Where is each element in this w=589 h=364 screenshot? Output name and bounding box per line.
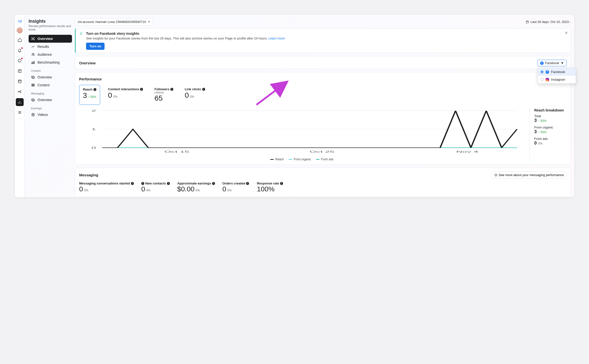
- stat-link-clicks[interactable]: Link clicks i 0 0%: [181, 85, 208, 105]
- breakdown-organic: From organic 3↑ 50%: [534, 126, 567, 134]
- ads-icon[interactable]: [16, 88, 24, 96]
- info-icon: i: [140, 88, 143, 91]
- nav-messaging-overview[interactable]: Overview: [29, 96, 72, 104]
- svg-rect-15: [32, 84, 35, 86]
- svg-point-7: [34, 39, 35, 40]
- nav-section-content: Content: [29, 66, 72, 73]
- icon-rail: [15, 15, 25, 197]
- svg-point-8: [32, 53, 33, 54]
- nav-section-messaging: Messaging: [29, 89, 72, 96]
- svg-text:Oct 25: Oct 25: [310, 150, 335, 153]
- menu-icon[interactable]: [16, 109, 24, 116]
- svg-text:Oct 15: Oct 15: [164, 150, 189, 153]
- svg-text:Nov 4: Nov 4: [456, 150, 478, 153]
- date-range-selector[interactable]: Last 28 days: Oct 10, 2023 -: [526, 20, 571, 24]
- info-icon: i: [93, 88, 96, 91]
- svg-point-4: [32, 37, 32, 38]
- info-icon: i: [131, 182, 134, 185]
- stat-followers[interactable]: Followers i Lifetime 65: [151, 85, 177, 105]
- messaging-stats: Messaging conversations started i 0 0% i…: [79, 182, 567, 193]
- info-icon: i: [246, 182, 249, 185]
- svg-rect-19: [526, 21, 528, 23]
- story-insights-banner: Turn on Facebook story insights See insi…: [75, 28, 571, 53]
- banner-learn-more-link[interactable]: Learn more: [268, 36, 285, 40]
- svg-rect-2: [18, 80, 21, 83]
- stat-new-contacts: i New contacts i 0 0%: [141, 182, 170, 193]
- svg-rect-13: [32, 76, 34, 78]
- platform-selector[interactable]: f Facebook ▼ f Facebook Instagram: [537, 60, 567, 66]
- nav-content-overview[interactable]: Overview: [29, 73, 72, 81]
- info-icon: i: [280, 182, 283, 185]
- page-subtitle: Review performance results and more.: [29, 24, 72, 31]
- turn-on-button[interactable]: Turn on: [86, 43, 105, 50]
- platform-dropdown: f Facebook Instagram: [538, 68, 576, 84]
- info-icon: i: [170, 88, 173, 91]
- performance-stats: Reach i 3 ↑ 50% Content interactions i 0…: [79, 85, 567, 105]
- stat-content-interactions[interactable]: Content interactions i 0 0%: [105, 85, 146, 105]
- performance-title: Performance: [79, 77, 102, 81]
- breakdown-total: Total 3↑ 50%: [534, 114, 567, 123]
- svg-rect-12: [34, 61, 35, 64]
- platform-option-facebook[interactable]: f Facebook: [538, 68, 576, 76]
- platform-option-instagram[interactable]: Instagram: [538, 76, 576, 83]
- chevron-down-icon: ▼: [561, 61, 564, 65]
- instagram-icon: [546, 78, 549, 81]
- performance-card: Performance Daily Reach i 3 ↑ 50% Conten…: [75, 72, 571, 165]
- sidebar: Insights Review performance results and …: [25, 15, 74, 197]
- svg-rect-17: [32, 99, 35, 101]
- profile-avatar[interactable]: [17, 27, 23, 34]
- svg-point-5: [34, 37, 35, 38]
- overview-title: Overview: [79, 61, 96, 65]
- banner-body: See insights for your Facebook stories f…: [86, 36, 567, 40]
- home-icon[interactable]: [16, 36, 24, 44]
- see-more-messaging-button[interactable]: See more about your messaging performanc…: [492, 171, 567, 179]
- svg-point-0: [18, 59, 21, 62]
- info-icon: i: [167, 182, 170, 185]
- notifications-icon[interactable]: [16, 46, 24, 54]
- svg-text:0: 0: [91, 146, 96, 149]
- svg-text:1: 1: [91, 128, 96, 131]
- svg-rect-10: [32, 63, 32, 64]
- svg-rect-11: [33, 62, 34, 64]
- topbar: Ad account: Hannah Luna 2384800033650071…: [75, 18, 571, 25]
- nav-content-content[interactable]: Content: [29, 81, 72, 89]
- nav-audience[interactable]: Audience: [29, 51, 72, 58]
- nav-results[interactable]: Results: [29, 43, 72, 51]
- facebook-icon: f: [540, 61, 544, 65]
- info-icon: i: [212, 182, 215, 185]
- messaging-card: Messaging See more about your messaging …: [75, 168, 571, 197]
- messages-icon[interactable]: [16, 57, 24, 65]
- insights-icon[interactable]: [16, 98, 24, 106]
- stat-conversations: Messaging conversations started i 0 0%: [79, 182, 134, 193]
- main-content: Ad account: Hannah Luna 2384800033650071…: [74, 15, 574, 197]
- info-icon: i: [141, 182, 144, 185]
- info-icon: i: [202, 88, 205, 91]
- nav-earnings-videos[interactable]: Videos: [29, 111, 72, 119]
- stat-response-rate: Response rate i 100%: [257, 182, 284, 193]
- svg-rect-16: [32, 99, 34, 100]
- svg-text:2: 2: [91, 109, 96, 112]
- app-window: Insights Review performance results and …: [15, 15, 574, 197]
- banner-title: Turn on Facebook story insights: [86, 32, 567, 36]
- breakdown-ads: From ads 00%: [534, 137, 567, 146]
- svg-rect-14: [32, 77, 35, 78]
- stat-orders: Orders created i 0 0%: [222, 182, 250, 193]
- stat-reach[interactable]: Reach i 3 ↑ 50%: [79, 85, 100, 105]
- svg-point-9: [34, 54, 34, 54]
- close-icon[interactable]: [565, 31, 568, 36]
- reach-breakdown: Reach breakdown Total 3↑ 50% From organi…: [530, 108, 567, 161]
- ad-account-selector[interactable]: Ad account: Hannah Luna 2384800033650071…: [75, 18, 153, 25]
- stat-earnings: Approximate earnings i $0.00 0%: [177, 182, 215, 193]
- reach-chart: 012Oct 15Oct 25Nov 4 Reach From organic …: [79, 108, 525, 161]
- chevron-down-icon: ▼: [148, 20, 150, 23]
- posts-icon[interactable]: [16, 67, 24, 75]
- lightbulb-icon: [79, 32, 83, 36]
- chart-legend: Reach From organic From ads: [79, 158, 525, 161]
- page-title: Insights: [29, 19, 72, 24]
- nav-benchmarking[interactable]: Benchmarking: [29, 58, 72, 66]
- radio-selected-icon: [540, 70, 544, 73]
- nav-overview[interactable]: Overview: [29, 35, 72, 43]
- calendar-icon[interactable]: [16, 77, 24, 85]
- svg-point-6: [32, 39, 32, 40]
- messaging-title: Messaging: [79, 173, 98, 177]
